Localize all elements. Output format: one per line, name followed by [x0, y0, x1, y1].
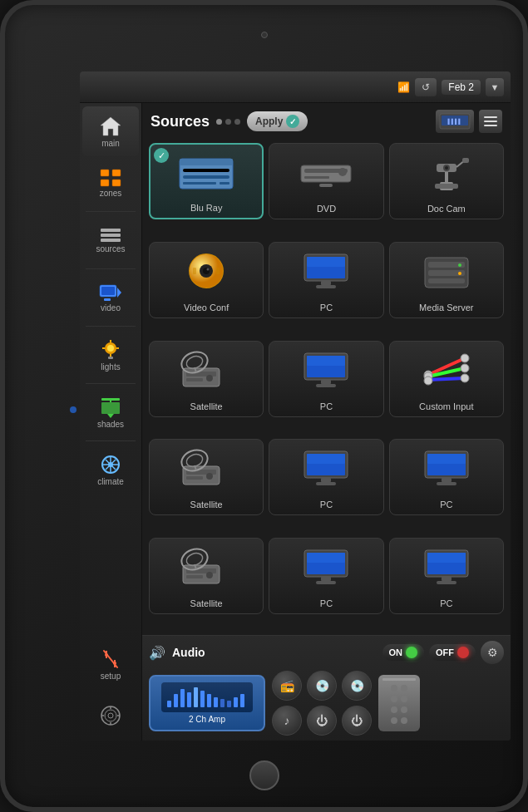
svg-rect-145 — [220, 699, 225, 707]
audio-section: 🔊 Audio ON OFF ⚙ — [142, 635, 511, 741]
sidebar-item-climate[interactable]: climate — [82, 445, 139, 495]
source-mediaserver[interactable]: Media Server — [389, 242, 504, 318]
source-pc3[interactable]: PC — [269, 439, 383, 515]
remote-btn-4 — [401, 696, 407, 702]
svg-rect-122 — [186, 575, 203, 578]
dropdown-arrow[interactable]: ▼ — [486, 78, 504, 96]
sidebar-item-video[interactable]: video — [82, 273, 139, 322]
sidebar-item-video-label: video — [101, 303, 121, 312]
apply-check-icon: ✓ — [286, 115, 299, 128]
main-panel: Sources Apply ✓ — [142, 103, 511, 741]
svg-rect-140 — [187, 692, 191, 707]
source-satellite3[interactable]: Satellite — [149, 538, 264, 614]
audio-music-button[interactable]: ♪ — [272, 706, 302, 736]
svg-rect-137 — [167, 701, 171, 707]
tablet-frame: 📶 ↺ Feb 2 ▼ main — [0, 0, 528, 812]
videoconf-label: Video Conf — [184, 303, 229, 312]
dvd-svg — [296, 154, 356, 194]
audio-btn-row-2: ♪ ⏻ ⏻ — [272, 706, 372, 736]
mediaserver-icon-area — [390, 243, 503, 303]
satellite3-svg — [178, 547, 234, 590]
doccam-svg — [417, 152, 476, 195]
apply-label: Apply — [255, 116, 283, 127]
sidebar-item-setup[interactable]: setup — [82, 639, 139, 689]
sidebar-divider-1 — [86, 211, 136, 212]
remote-control[interactable] — [378, 675, 420, 731]
sidebar-item-lights-label: lights — [101, 362, 120, 372]
sidebar-item-zones[interactable]: zones — [82, 158, 139, 208]
sidebar-divider-3 — [86, 326, 136, 327]
sidebar-item-lights[interactable]: lights — [82, 330, 139, 380]
source-custominput[interactable]: Custom Input — [389, 341, 504, 417]
pc3-icon-area — [269, 440, 382, 500]
device-icon: ▌▌▌▌ — [436, 110, 474, 133]
audio-power1-button[interactable]: ⏻ — [307, 706, 337, 736]
source-pc5[interactable]: PC — [269, 538, 383, 614]
source-doccam[interactable]: Doc Cam — [389, 143, 504, 219]
svg-rect-136 — [437, 581, 456, 584]
off-indicator — [457, 647, 469, 658]
source-bluray[interactable]: ✓ Blu Ray — [149, 143, 264, 219]
svg-point-12 — [107, 345, 114, 352]
device-display-icon: ▌▌▌▌ — [438, 112, 471, 130]
audio-disc1-button[interactable]: 💿 — [307, 671, 337, 701]
dvd-label: DVD — [317, 204, 336, 214]
svg-rect-10 — [104, 298, 111, 301]
sidebar-item-shades[interactable]: shades — [82, 387, 139, 437]
sidebar-item-sources[interactable]: sources — [82, 215, 139, 265]
source-dvd[interactable]: DVD — [269, 143, 383, 219]
svg-rect-55 — [435, 184, 458, 189]
audio-btn-row-1: 📻 💿 💿 — [272, 671, 372, 701]
home-button[interactable] — [249, 760, 279, 790]
dot-2 — [225, 119, 231, 125]
remote-btn-1 — [391, 685, 397, 691]
custominput-label: Custom Input — [419, 401, 473, 411]
svg-rect-74 — [316, 285, 336, 288]
back-button[interactable]: ↺ — [415, 78, 437, 96]
audio-on-button[interactable]: ON — [382, 644, 425, 661]
svg-point-79 — [458, 263, 461, 267]
source-pc6[interactable]: PC — [389, 538, 504, 614]
audio-off-button[interactable]: OFF — [429, 644, 476, 661]
svg-rect-134 — [427, 553, 466, 563]
source-satellite2[interactable]: Satellite — [149, 439, 264, 515]
svg-point-32 — [113, 662, 116, 665]
svg-rect-148 — [240, 694, 244, 707]
sidebar-divider-5 — [86, 440, 136, 441]
amp-label: 2 Ch Amp — [189, 715, 225, 724]
sources-header: Sources Apply ✓ — [142, 103, 511, 140]
satellite3-label: Satellite — [190, 598, 223, 608]
svg-point-34 — [105, 710, 116, 721]
source-pc4[interactable]: PC — [389, 439, 504, 515]
on-label: ON — [389, 647, 403, 657]
climate-icon — [100, 454, 121, 475]
sidebar-item-nav[interactable] — [82, 691, 139, 741]
svg-marker-9 — [117, 288, 121, 298]
source-pc1[interactable]: PC — [269, 242, 383, 318]
svg-point-67 — [207, 268, 210, 270]
svg-rect-0 — [101, 170, 109, 176]
audio-settings-button[interactable]: ⚙ — [481, 641, 504, 664]
audio-disc2-button[interactable]: 💿 — [342, 671, 372, 701]
audio-power2-button[interactable]: ⏻ — [342, 706, 372, 736]
audio-controls: ON OFF ⚙ — [382, 641, 505, 664]
svg-rect-147 — [234, 697, 238, 707]
menu-button[interactable] — [479, 110, 502, 133]
svg-rect-143 — [207, 694, 211, 707]
pc5-label: PC — [320, 598, 333, 608]
svg-rect-117 — [427, 454, 466, 464]
amp-device[interactable]: 2 Ch Amp — [149, 675, 265, 731]
audio-radio-button[interactable]: 📻 — [272, 671, 302, 701]
mediaserver-label: Media Server — [419, 303, 473, 312]
sidebar-item-setup-label: setup — [101, 672, 121, 681]
svg-rect-51 — [304, 176, 329, 179]
setup-icon — [100, 648, 121, 670]
menu-line-3 — [484, 125, 497, 126]
source-videoconf[interactable]: Video Conf — [149, 242, 264, 318]
sidebar-item-main[interactable]: main — [82, 106, 139, 156]
svg-point-52 — [338, 168, 347, 176]
svg-rect-91 — [307, 356, 345, 366]
source-pc2[interactable]: PC — [269, 341, 383, 417]
apply-button[interactable]: Apply ✓ — [247, 111, 308, 131]
source-satellite1[interactable]: Satellite — [149, 341, 264, 417]
